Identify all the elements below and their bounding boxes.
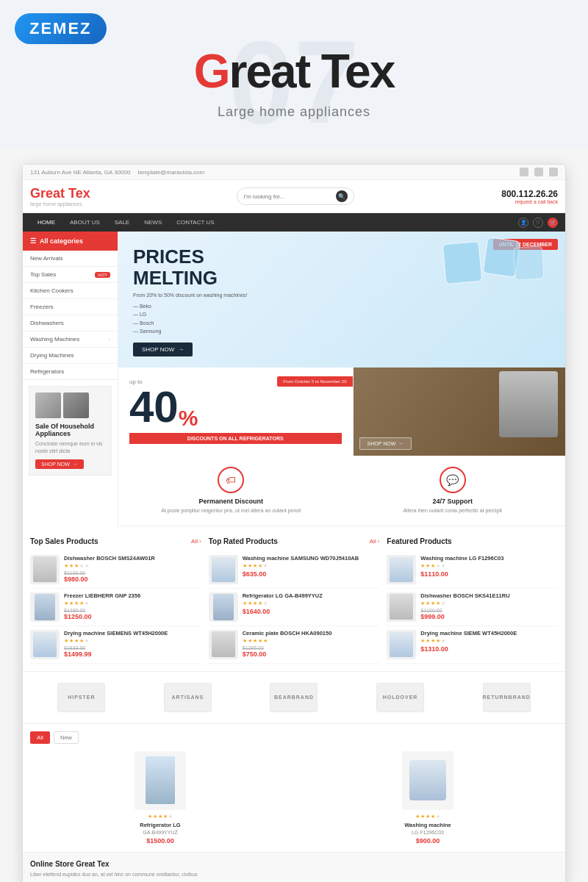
ice-cube-3 <box>513 246 544 281</box>
sidebar-item-top-sales[interactable]: Top Sales HOT <box>23 267 118 283</box>
ice-cube-1 <box>442 241 483 284</box>
zemez-badge: ZEMEZ <box>15 13 107 44</box>
banner-area: UNTIL 12 DECEMBER PRICES MELTING From 20… <box>118 232 565 526</box>
featured-title: Featured Products <box>387 537 451 545</box>
banner-brands: — Beko — LG — Bosch — Samsung <box>133 302 551 335</box>
nav-contact[interactable]: CONTACT US <box>169 213 221 232</box>
discount-number: 40 <box>129 385 179 429</box>
discount-icon: 🏷 <box>218 467 244 493</box>
product-item[interactable]: Ceramic plate BOSCH HKA090150 ★★★★★ $128… <box>209 626 380 664</box>
support-icon: 💬 <box>440 467 466 493</box>
search-box[interactable]: 🔍 <box>237 187 354 205</box>
phone-area: 800.112.26.26 request a call back <box>501 189 558 204</box>
categories-header[interactable]: ☰ All categories <box>23 232 118 251</box>
banner-desc: From 20% to 50% discount on washing mach… <box>133 293 551 298</box>
facebook-icon[interactable] <box>520 168 528 176</box>
products-section: Top Sales Products All › Dishwasher BOSC… <box>23 526 565 671</box>
sidebar-item-dishwashers[interactable]: Dishwashers <box>23 315 118 331</box>
top-rated-column: Top Rated Products All › Washing machine… <box>209 537 380 664</box>
appliance-img-2 <box>63 392 89 418</box>
tab-all[interactable]: All <box>30 731 50 744</box>
product-item[interactable]: Drying machine SIEMENS WT45H2000E ★★★★★ … <box>30 626 201 664</box>
prices-melting-banner: UNTIL 12 DECEMBER PRICES MELTING From 20… <box>118 232 565 368</box>
brand-bearbrand[interactable]: BEARBRAND <box>270 683 318 712</box>
bottom-tabs-section: All New ★★★★★ Refrigerator LG GA-B499YYU… <box>23 723 565 852</box>
address-text: 131 Auburn Ave NE Atlanta, GA 30000 <box>30 169 130 176</box>
product-item[interactable]: Dishwasher BOSCH SKS41E11RU ★★★★★ $1100.… <box>387 589 558 626</box>
hero-subtitle: Large home appliances <box>15 104 573 120</box>
sidebar-item-new-arrivals[interactable]: New Arrivals <box>23 251 118 267</box>
discount-subtitle: DISCOUNTS ON ALL REFRIGERATORS <box>129 433 342 444</box>
sidebar-shop-now-button[interactable]: SHOP NOW → <box>35 459 84 469</box>
top-sales-all-link[interactable]: All › <box>191 538 201 545</box>
product-item[interactable]: Freezer LIEBHERR GNP 2356 ★★★★★ $1480.00… <box>30 589 201 626</box>
browser-mockup: 131 Auburn Ave NE Atlanta, GA 30000 temp… <box>22 164 566 882</box>
top-rated-title: Top Rated Products <box>209 537 278 545</box>
feature-discount: 🏷 Permanent Discount At posie poripltur … <box>126 467 337 514</box>
tab-product-fridge[interactable]: ★★★★★ Refrigerator LG GA-B499YYUZ $1500.… <box>30 751 290 845</box>
store-logo[interactable]: Great Tex large home appliances <box>30 186 90 207</box>
footer-text: Liber eleifend eupides duo an, at vel hi… <box>30 871 558 879</box>
kitchen-appliance-img <box>499 371 558 437</box>
sidebar-item-refrigerators[interactable]: Refrigerators <box>23 364 118 380</box>
wishlist-icon[interactable]: ♡ <box>533 218 543 228</box>
featured-column: Featured Products Washing machine LG F12… <box>387 537 558 664</box>
product-item[interactable]: Washing machine SAMSUNG WD70J5410AB ★★★★… <box>209 551 380 589</box>
features-row: 🏷 Permanent Discount At posie poripltur … <box>118 456 565 526</box>
tab-product-washer[interactable]: ★★★★★ Washing machine LG F1296C03 $900.0… <box>298 751 558 845</box>
banner-shop-button[interactable]: SHOP NOW → <box>133 343 193 356</box>
tab-buttons: All New <box>30 731 558 744</box>
email-text: template@maravista.com <box>137 169 204 176</box>
nav-news[interactable]: NEWS <box>137 213 169 232</box>
sidebar-item-washing[interactable]: Washing Machines › <box>23 331 118 348</box>
cart-icon[interactable]: 🛒 <box>548 218 558 228</box>
tab-products-row: ★★★★★ Refrigerator LG GA-B499YYUZ $1500.… <box>30 751 558 845</box>
store-topbar: 131 Auburn Ave NE Atlanta, GA 30000 temp… <box>23 165 565 180</box>
discount-banner: From October 5 to November 20 up to 40 %… <box>118 368 354 456</box>
kitchen-shop-button[interactable]: SHOP NOW → <box>359 437 412 450</box>
tab-new[interactable]: New <box>54 731 79 744</box>
store-sidebar: ☰ All categories New Arrivals Top Sales … <box>23 232 118 526</box>
store-nav: HOME ABOUT US SALE NEWS CONTACT US 👤 ♡ 🛒 <box>23 213 565 232</box>
top-sales-badge: HOT <box>95 272 110 278</box>
store-footer: Online Store Great Tex Liber eleifend eu… <box>23 852 565 882</box>
brand-hipster[interactable]: HIPSTER <box>57 683 105 712</box>
sidebar-item-kitchen[interactable]: Kitchen Cookers <box>23 283 118 299</box>
product-item[interactable]: Drying machine SIEME WT45H2000E ★★★★★ $1… <box>387 626 558 664</box>
ice-cubes-decoration <box>444 243 551 283</box>
brand-artisans[interactable]: ARTISANS <box>164 683 212 712</box>
product-item[interactable]: Refrigerator LG GA-B499YYUZ ★★★★★ $1640.… <box>209 589 380 626</box>
product-item[interactable]: Washing machine LG F1296C03 ★★★★★ $1110.… <box>387 551 558 589</box>
product-item[interactable]: Dishwasher BOSCH SMS24AW01R ★★★★★ $1100.… <box>30 551 201 589</box>
appliance-img-1 <box>35 392 61 418</box>
account-icon[interactable]: 👤 <box>518 218 528 228</box>
brand-holdover[interactable]: HOLDOVER <box>376 683 424 712</box>
top-sales-column: Top Sales Products All › Dishwasher BOSC… <box>30 537 201 664</box>
store-content: ☰ All categories New Arrivals Top Sales … <box>23 232 565 526</box>
twitter-icon[interactable] <box>549 168 558 176</box>
search-button[interactable]: 🔍 <box>336 190 348 202</box>
brand-returnbrand[interactable]: RETURNBRAND <box>483 683 531 712</box>
discount-percent: % <box>179 407 198 429</box>
top-sales-title: Top Sales Products <box>30 537 98 545</box>
hero-logo-letter: G <box>194 45 229 98</box>
kitchen-banner: SHOP NOW → <box>354 368 566 456</box>
search-input[interactable] <box>243 193 336 200</box>
hero-logo: Great Tex <box>15 44 573 98</box>
top-rated-all-link[interactable]: All › <box>370 538 380 545</box>
sidebar-promo: Sale Of Household Appliances Conclusio n… <box>29 386 112 476</box>
store-header: Great Tex large home appliances 🔍 800.11… <box>23 180 565 213</box>
banner-bottom-row: From October 5 to November 20 up to 40 %… <box>118 368 565 456</box>
nav-about[interactable]: ABOUT US <box>62 213 107 232</box>
products-grid: Top Sales Products All › Dishwasher BOSC… <box>30 537 558 664</box>
linkedin-icon[interactable] <box>534 168 543 176</box>
sidebar-item-freezers[interactable]: Freezers <box>23 299 118 315</box>
feature-support: 💬 24/7 Support Altera ihen outant conia … <box>348 467 559 514</box>
footer-title: Online Store Great Tex <box>30 860 558 868</box>
discount-tag: From October 5 to November 20 <box>277 376 352 387</box>
brands-row: HIPSTER ARTISANS BEARBRAND HOLDOVER RETU… <box>23 671 565 723</box>
sidebar-item-drying[interactable]: Drying Machines <box>23 348 118 364</box>
nav-home[interactable]: HOME <box>30 213 62 232</box>
nav-sale[interactable]: SALE <box>107 213 137 232</box>
